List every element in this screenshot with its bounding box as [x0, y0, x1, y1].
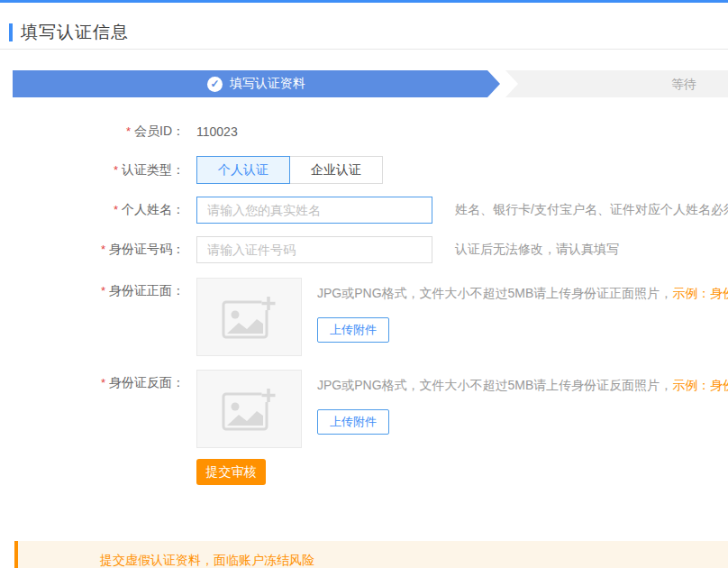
required-star: * — [114, 163, 118, 177]
step-pending-label: 等待 — [671, 70, 696, 97]
warning-banner: 提交虚假认证资料，面临账户冻结风险 — [14, 541, 728, 568]
page-header: 填写认证信息 — [9, 21, 129, 44]
image-plus-icon — [222, 294, 278, 341]
id-front-upload-button[interactable]: 上传附件 — [317, 317, 389, 343]
title-accent-bar — [9, 23, 13, 41]
id-number-label: *身份证号码： — [0, 242, 185, 258]
id-number-row: *身份证号码： 认证后无法修改，请认真填写 — [0, 236, 728, 263]
submit-review-button[interactable]: 提交审核 — [196, 459, 266, 485]
personal-name-input[interactable] — [196, 197, 432, 224]
member-id-row: *会员ID： 110023 — [0, 118, 728, 145]
id-front-label: *身份证正面： — [0, 278, 185, 298]
id-front-hint: JPG或PNG格式，文件大小不超过5MB请上传身份证正面照片，示例：身份证正面.… — [317, 287, 728, 299]
id-back-example-link[interactable]: 示例：身份证反面.png — [672, 378, 728, 392]
verification-form: *会员ID： 110023 *认证类型： 个人认证 企业认证 *个人姓名： 姓名… — [0, 118, 728, 485]
step-progress-bar: ✓ 填写认证资料 等待 — [13, 70, 728, 97]
id-back-upload-button[interactable]: 上传附件 — [317, 409, 389, 435]
step-current-label: 填写认证资料 — [230, 76, 305, 92]
top-accent-line — [0, 0, 728, 3]
id-back-hint: JPG或PNG格式，文件大小不超过5MB请上传身份证反面照片，示例：身份证反面.… — [317, 379, 728, 391]
id-number-input[interactable] — [196, 236, 432, 263]
required-star: * — [126, 124, 131, 138]
required-star: * — [114, 203, 118, 216]
header-divider — [0, 49, 728, 50]
auth-type-label: *认证类型： — [0, 162, 185, 179]
required-star: * — [101, 243, 105, 256]
required-star: * — [101, 376, 105, 389]
personal-name-hint: 姓名、银行卡/支付宝户名、证件对应个人姓名必须一 — [455, 202, 728, 218]
required-star: * — [101, 284, 105, 298]
step-current: ✓ 填写认证资料 — [13, 70, 500, 97]
warning-text: 提交虚假认证资料，面临账户冻结风险 — [100, 553, 314, 567]
id-front-row: *身份证正面： JPG或PNG格式，文件大小不超过5MB请上传身份证正面照片，示… — [0, 278, 728, 356]
personal-name-row: *个人姓名： 姓名、银行卡/支付宝户名、证件对应个人姓名必须一 — [0, 197, 728, 224]
tab-enterprise-auth[interactable]: 企业认证 — [289, 156, 383, 184]
id-front-example-link[interactable]: 示例：身份证正面.png — [672, 286, 728, 300]
id-front-preview-box[interactable] — [196, 278, 302, 356]
check-circle-icon: ✓ — [207, 77, 223, 92]
personal-name-label: *个人姓名： — [0, 202, 185, 218]
tab-personal-auth[interactable]: 个人认证 — [196, 156, 290, 184]
image-plus-icon — [222, 386, 278, 433]
id-number-hint: 认证后无法修改，请认真填写 — [455, 242, 619, 258]
member-id-label: *会员ID： — [0, 124, 185, 140]
verification-form-page: { "page": { "title": "填写认证信息" }, "steps"… — [0, 0, 728, 568]
page-title: 填写认证信息 — [21, 21, 129, 44]
member-id-value: 110023 — [196, 124, 238, 139]
id-back-row: *身份证反面： JPG或PNG格式，文件大小不超过5MB请上传身份证反面照片，示… — [0, 370, 728, 448]
auth-type-row: *认证类型： 个人认证 企业认证 — [0, 156, 728, 184]
id-back-preview-box[interactable] — [196, 370, 302, 448]
submit-row: 提交审核 — [196, 459, 728, 485]
id-back-label: *身份证反面： — [0, 370, 185, 389]
